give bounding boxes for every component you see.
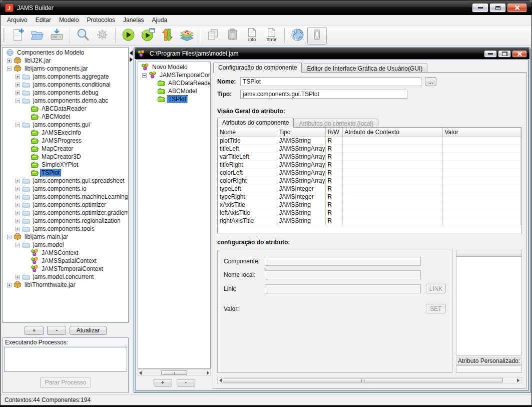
table-row-titleleft[interactable]: titleLeftJAMSStringArrayR [218,145,521,153]
link-button[interactable]: LINK [426,284,446,293]
refresh-button[interactable]: Atualizar [70,326,107,335]
model-tree-hscrollbar[interactable] [138,369,211,376]
custom-attribute-field[interactable] [456,365,522,373]
set-button[interactable]: SET [426,304,446,313]
remove-library-button[interactable]: - [47,326,66,335]
expand-icon[interactable]: + [16,227,20,231]
tree-item-lib-jams-main-jar[interactable]: −lib\jams-main.jar [3,233,128,241]
model-restore-button[interactable] [498,50,511,58]
column-header-valor[interactable]: Valor [442,128,521,137]
collapse-icon[interactable]: − [7,67,12,71]
expand-icon[interactable]: + [16,195,20,199]
expand-icon[interactable]: + [16,83,20,87]
copy-button[interactable] [203,27,223,45]
tab-editor-de-interface-gr-fica-de-usu-rio-gui[interactable]: Editor de Interface Gráfica de Usuário(G… [302,64,427,72]
collapse-left-icon[interactable] [130,51,133,56]
tree-item-jamstemporalcontext[interactable]: JAMSTemporalContext [3,265,128,273]
name-field[interactable]: TSPlot [240,77,421,86]
tree-item-jams-components-optimizer[interactable]: +jams.components.optimizer [3,201,128,209]
table-row-plottitle[interactable]: plotTitleJAMSStringR [218,137,521,145]
tree-item-abcmodel[interactable]: ABCModel [3,113,128,121]
tree-item-jamsexecinfo[interactable]: JAMSExecInfo [3,129,128,137]
column-header-atributo-de-contexto[interactable]: Atributo de Contexto [342,128,442,137]
link-field[interactable] [265,284,421,293]
menu-item-editar[interactable]: Editar [32,16,55,25]
table-row-typeleft[interactable]: typeLeftJAMSIntegerR [218,185,521,193]
table-row-colorleft[interactable]: colorLeftJAMSStringArrayR [218,169,521,177]
tree-item-jams-components-conditional[interactable]: +jams.components.conditional [3,81,128,89]
device-button[interactable] [307,27,327,45]
table-row-rightaxistitle[interactable]: rightAxisTitleJAMSStringR [218,217,521,225]
component-field[interactable] [265,257,421,266]
collapse-icon[interactable]: − [16,99,20,103]
expand-icon[interactable]: + [16,179,20,183]
expand-icon[interactable]: + [7,59,12,63]
scrollbar-thumb[interactable] [161,370,187,375]
column-header-r-w[interactable]: R/W [325,128,342,137]
info-log-button[interactable]: Info [242,27,262,45]
custom-attribute-list[interactable] [456,256,522,355]
attr-tab-atributos-do-componente[interactable]: Atributos do componente [217,118,294,128]
menu-item-arquivo[interactable]: Arquivo [3,16,32,25]
run-model-gui-button[interactable] [138,27,158,45]
remove-component-button[interactable]: - [177,379,195,386]
column-header-nome[interactable]: Nome [218,128,277,137]
table-row-typeright[interactable]: typeRightJAMSIntegerR [218,193,521,201]
title-bar[interactable]: J JAMS Builder [1,1,531,15]
tree-item-jams-components-io[interactable]: +jams.components.io [3,185,128,193]
expand-icon[interactable]: + [7,283,12,287]
collapse-icon[interactable]: − [142,73,147,78]
web-button[interactable] [288,27,307,45]
expand-icon[interactable]: + [16,275,20,279]
tree-item-jamsspatialcontext[interactable]: JAMSSpatialContext [3,257,128,265]
tree-item-mapcreator[interactable]: MapCreator [3,145,128,153]
attr-tab-atributos-do-contexto-local[interactable]: Atributos do contexto (local) [294,119,378,127]
tree-item-jams-components-optimizer-gradient[interactable]: +jams.components.optimizer.gradient [3,209,128,217]
tree-item-jams-components-demo-abc[interactable]: −jams.components.demo.abc [3,97,128,105]
model-window-title-bar[interactable]: C:\Program Files\jams\model.jam [135,48,529,59]
tree-item-abcdatareader[interactable]: ABCDataReader [3,105,128,113]
expand-icon[interactable]: + [16,203,20,207]
model-minimize-button[interactable] [484,50,497,58]
tab-configura-o-do-componente[interactable]: Configuração do componente [213,63,302,73]
add-component-button[interactable]: + [154,379,172,386]
expand-icon[interactable]: + [16,211,20,215]
table-row-titleright[interactable]: titleRightJAMSStringArrayR [218,161,521,169]
table-row-colorright[interactable]: colorRightJAMSStringArrayR [218,177,521,185]
expand-icon[interactable]: + [16,219,20,223]
collapse-icon[interactable]: − [16,123,20,127]
tree-item-jams-components-tools[interactable]: +jams.components.tools [3,225,128,233]
menu-item-ajuda[interactable]: Ajuda [148,16,171,25]
scroll-right-icon[interactable] [207,371,209,375]
split-divider[interactable] [129,47,134,393]
run-model-button[interactable] [119,27,138,45]
menu-item-janelas[interactable]: Janelas [119,16,148,25]
tree-item-jams-components-machinelearning[interactable]: +jams.components.machineLearning [3,193,128,201]
expand-icon[interactable]: + [16,75,20,79]
tree-item-simplexyplot[interactable]: SimpleXYPlot [3,161,128,169]
tree-item-componentes-do-modelo[interactable]: Componentes do Modelo [3,49,128,57]
expand-icon[interactable]: + [16,91,20,95]
search-button[interactable] [73,27,93,45]
tree-item-jams-components-gui[interactable]: −jams.components.gui [3,121,128,129]
tree-item-jamscontext[interactable]: JAMSContext [3,249,128,257]
scroll-left-icon[interactable] [139,371,142,375]
stop-process-button[interactable]: Parar Processo [40,377,91,388]
tree-item-abcdatareader[interactable]: ABCDataReader [138,79,210,87]
tree-item-novo-modelo[interactable]: Novo Modelo [138,63,210,71]
minimize-button[interactable] [472,3,488,13]
close-button[interactable] [507,3,527,13]
collapse-icon[interactable]: − [7,235,12,239]
tree-item-lib-jams-components-jar[interactable]: −lib\jams-components.jar [3,65,128,73]
table-row-xaxistitle[interactable]: xAxisTitleJAMSStringR [218,201,521,209]
tree-item-jamstemporalconte[interactable]: −JAMSTemporalConte [138,71,210,79]
scroll-left-icon[interactable] [219,378,222,382]
tree-item-jams-model[interactable]: −jams.model [3,241,128,249]
tree-item-lib-j2k-jar[interactable]: +lib\J2K.jar [3,57,128,65]
open-model-button[interactable] [28,27,47,45]
error-log-button[interactable]: Error [262,27,281,45]
collapse-right-icon[interactable] [130,57,133,62]
running-processes-list[interactable] [4,347,127,372]
tree-item-tsplot[interactable]: TSPlot [3,169,128,177]
paste-button[interactable] [223,27,242,45]
